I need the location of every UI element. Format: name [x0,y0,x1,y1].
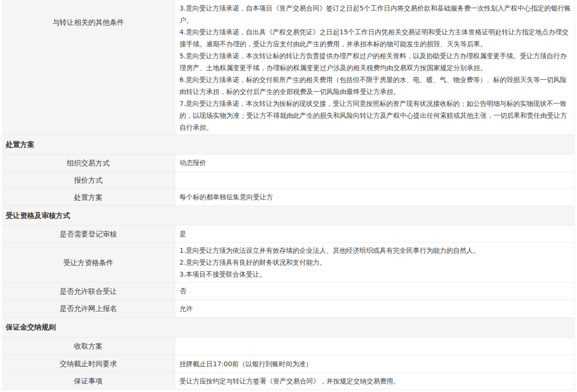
field-label: 保证事项 [2,373,175,389]
value-line: 由转让方承担，标的交付后产生的全部税费及一切风险由最终受让方承担。 [179,86,566,98]
row-other-transfer-conditions: 与转让相关的其他条件 3.意向受让方须承诺，自本项目《资产交易合同》签订之日起5… [2,0,574,135]
field-value [175,172,574,188]
value-line: 挂牌截止日17:00前（以银行到账时间为准） [179,358,566,370]
value-line: 7.意向受让方须承诺，本次转让为按标的现状交接，受让方同意按照标的资产现有状况接… [179,98,566,110]
value-line: 理房产、土地权属变更手续，办理标的权属变更过户涉及的相关税费均由交易双方按国家规… [179,62,566,74]
field-value: 挂牌截止日17:00前（以银行到账时间为准） [175,355,574,372]
field-value: 动态报价 [175,155,574,171]
section-title: 处置方案 [6,140,34,149]
field-value: 允许 [175,300,574,317]
section-transferee-qualification: 受让资格及审核方式 [2,206,574,226]
row-guarantee-matters: 保证事项 受让方应按约定与转让方签署《资产交易合同》，并按规定交纳交易费用。 [2,373,574,390]
value-line: 4.意向受让方须承诺，自出具《产权交易凭证》之日起15个工作日内凭相关交易证明和… [179,26,566,38]
value-line: 6.意向受让方须承诺，标的交付前所产生的相关费用（包括但不限于房屋的水、电、暖、… [179,74,566,86]
value-line: 3.意向受让方须承诺，自本项目《资产交易合同》签订之日起5个工作日内将交易价款和… [179,2,566,14]
value-line: 每个标的都单独征集意向受让方 [179,191,566,203]
row-payment-deadline: 交纳截止时间要求 挂牌截止日17:00前（以银行到账时间为准） [2,355,574,373]
value-line: 是 [179,228,566,240]
value-line: 受让方应按约定与转让方签署《资产交易合同》，并按规定交纳交易费用。 [179,375,566,387]
value-line: 1.意向受让方须为依法设立并有效存续的企业法人、其他经济组织或具有完全民事行为能… [179,245,566,257]
field-label: 处置方案 [2,189,175,206]
row-joint-transfer-allowed: 是否允许联合受让 否 [2,283,574,300]
section-deposit-rules: 保证金交纳规则 [2,318,574,338]
field-label: 收取方案 [2,338,175,355]
value-line: 的，以现场实物为准；受让方不得就由此产生的损失和风险向转让方及产权中心提出任何索… [179,110,566,122]
field-label: 交纳截止时间要求 [2,355,175,372]
field-value: 是 [175,226,574,242]
value-line: 2.意向受让方须具有良好的财务状况和支付能力。 [179,257,566,268]
field-value: 受让方应按约定与转让方签署《资产交易合同》，并按规定交纳交易费用。 [175,373,574,389]
value-line: 户。 [179,14,566,26]
value-line: 否 [179,285,566,297]
listing-detail-table: 与转让相关的其他条件 3.意向受让方须承诺，自本项目《资产交易合同》签订之日起5… [2,0,575,390]
section-title: 保证金交纳规则 [6,323,56,332]
field-label: 与转让相关的其他条件 [2,0,175,134]
field-value: 否 [175,283,574,299]
row-online-registration-allowed: 是否允许网上报名 允许 [2,300,574,318]
value-line: 动态报价 [179,157,566,169]
section-title: 受让资格及审核方式 [6,211,70,220]
value-line: 接手续。逾期不办理的，受让方应支付由此产生的费用，并承担本标的物可能发生的损毁、… [179,38,566,50]
row-disposal-plan: 处置方案 每个标的都单独征集意向受让方 [2,189,574,206]
field-value: 每个标的都单独征集意向受让方 [175,189,574,206]
field-label: 受让方资格条件 [2,243,175,282]
field-label: 组织交易方式 [2,155,175,171]
field-label: 报价方式 [2,172,175,188]
row-transferee-qualification-conditions: 受让方资格条件 1.意向受让方须为依法设立并有效存续的企业法人、其他经济组织或具… [2,243,574,283]
value-line: 5.意向受让方须承诺，本次转让标的转让方负责提供办理产权过户的相关资料，以及协助… [179,50,566,62]
row-quotation-method: 报价方式 [2,172,574,189]
field-value: 1.意向受让方须为依法设立并有效存续的企业法人、其他经济组织或具有完全民事行为能… [175,243,574,282]
field-label: 是否需要登记审核 [2,226,175,242]
value-line: 自行承担。 [179,122,566,134]
field-value: 3.意向受让方须承诺，自本项目《资产交易合同》签订之日起5个工作日内将交易价款和… [175,0,574,134]
field-value [175,338,574,355]
field-label: 是否允许联合受让 [2,283,175,299]
value-line: 允许 [179,303,566,315]
section-disposal-plan: 处置方案 [2,135,574,155]
row-registration-review-required: 是否需要登记审核 是 [2,226,574,243]
field-label: 是否允许网上报名 [2,300,175,317]
row-trade-organization-method: 组织交易方式 动态报价 [2,155,574,172]
row-collection-plan: 收取方案 [2,338,574,355]
value-line: 3.本项目不接受联合体受让。 [179,268,566,280]
